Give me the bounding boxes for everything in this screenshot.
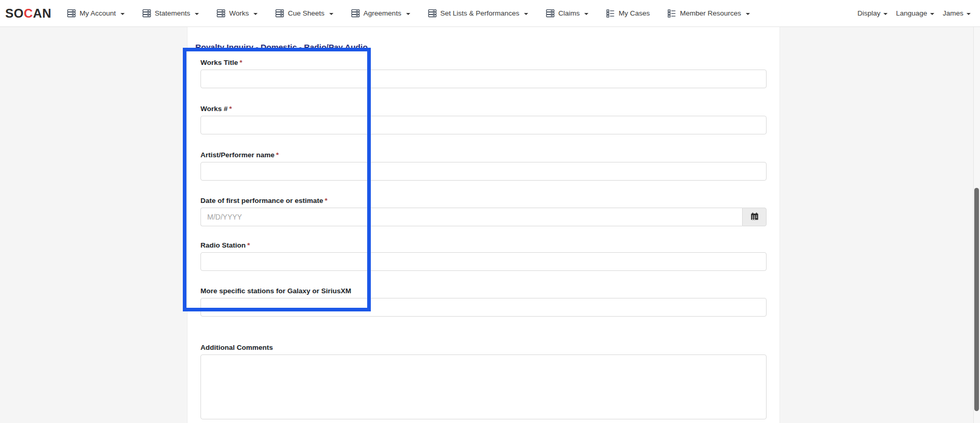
stack-icon (546, 9, 555, 18)
nav-item-works[interactable]: Works (217, 9, 258, 18)
stack-icon (142, 9, 151, 18)
stack-icon (351, 9, 360, 18)
nav-item-language[interactable]: Language (896, 9, 934, 17)
stack-icon (67, 9, 76, 18)
chevron-down-icon (746, 13, 750, 15)
radio-station-input[interactable] (200, 252, 767, 271)
nav-item-display[interactable]: Display (857, 9, 888, 17)
field-label: Date of first performance or estimate (200, 197, 323, 204)
required-marker: * (325, 197, 327, 204)
artist-performer-input[interactable] (200, 162, 767, 181)
chevron-down-icon (120, 13, 125, 15)
nav-item-user-menu[interactable]: James (943, 9, 971, 17)
field-label: Works # (200, 105, 227, 113)
field-works-number: Works #* (200, 105, 767, 134)
chevron-down-icon (329, 13, 333, 15)
date-input[interactable] (200, 208, 742, 226)
chevron-down-icon (406, 13, 410, 15)
field-artist-performer: Artist/Performer name* (200, 151, 767, 181)
checklist-icon (606, 9, 615, 18)
nav-item-set-lists-performances[interactable]: Set Lists & Performances (428, 9, 528, 18)
required-marker: * (229, 105, 232, 113)
nav-item-statements[interactable]: Statements (142, 9, 199, 18)
nav-item-agreements[interactable]: Agreements (351, 9, 410, 18)
nav-item-member-resources[interactable]: Member Resources (667, 9, 750, 18)
field-label: More specific stations for Galaxy or Sir… (200, 287, 351, 295)
page-title: Royalty Inquiry - Domestic - Radio/Pay A… (195, 42, 368, 52)
checklist-icon (667, 9, 676, 18)
field-specific-stations: More specific stations for Galaxy or Sir… (200, 287, 767, 317)
chevron-down-icon (195, 13, 199, 15)
nav-item-my-account[interactable]: My Account (67, 9, 125, 18)
field-first-performance-date: Date of first performance or estimate* (200, 197, 767, 226)
works-title-input[interactable] (200, 70, 767, 88)
chevron-down-icon (930, 13, 934, 15)
socan-logo[interactable]: SOCAN (5, 0, 51, 27)
form-panel: Royalty Inquiry - Domestic - Radio/Pay A… (187, 27, 780, 423)
required-marker: * (239, 59, 242, 66)
chevron-down-icon (584, 13, 588, 15)
field-radio-station: Radio Station* (200, 241, 767, 271)
nav-item-my-cases[interactable]: My Cases (606, 9, 650, 18)
stack-icon (428, 9, 437, 18)
calendar-icon (750, 212, 759, 222)
field-label: Radio Station (200, 241, 246, 249)
field-label: Additional Comments (200, 344, 273, 351)
stack-icon (217, 9, 225, 18)
additional-comments-textarea[interactable] (200, 354, 767, 419)
chevron-down-icon (883, 13, 888, 15)
scrollbar-thumb[interactable] (974, 188, 979, 411)
main-menu: My Account Statements Works Cue Sheets A… (67, 9, 750, 18)
chevron-down-icon (524, 13, 528, 15)
calendar-button[interactable] (742, 208, 767, 226)
field-additional-comments: Additional Comments (200, 344, 767, 419)
stack-icon (275, 9, 284, 18)
field-works-title: Works Title* (200, 59, 767, 88)
nav-item-claims[interactable]: Claims (546, 9, 588, 18)
field-label: Artist/Performer name (200, 151, 275, 159)
chevron-down-icon (253, 13, 258, 15)
required-marker: * (276, 151, 279, 159)
chevron-down-icon (966, 13, 971, 15)
specific-stations-input[interactable] (200, 298, 767, 317)
required-marker: * (247, 241, 250, 249)
works-number-input[interactable] (200, 116, 767, 134)
top-navbar: SOCAN My Account Statements Works Cue Sh… (0, 0, 980, 27)
utility-menu: Display Language James (857, 9, 971, 17)
nav-item-cue-sheets[interactable]: Cue Sheets (275, 9, 333, 18)
field-label: Works Title (200, 59, 238, 66)
